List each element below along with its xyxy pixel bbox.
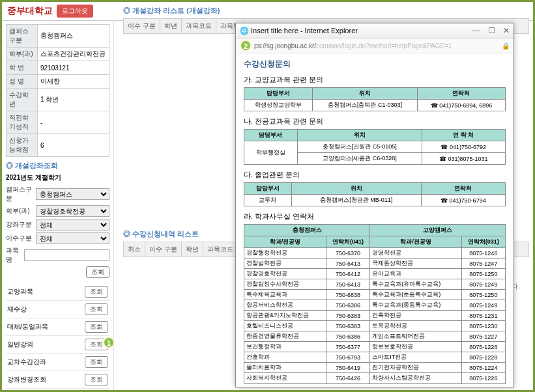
left-panel: 캠퍼스구분충청캠퍼스 학부(과)스포츠건강관리학전공 학 번92103121 성… bbox=[2, 20, 114, 390]
col: 과목코드 bbox=[203, 242, 238, 257]
menu-search[interactable]: 조회 bbox=[85, 374, 108, 385]
contact-row: 간호학과750-6793스마트IT전공8075-1228 bbox=[244, 352, 506, 363]
contact-row: 경찰경호학전공750-6412유아교육과8075-1250 bbox=[244, 269, 506, 279]
l: 학부(과) bbox=[6, 206, 36, 216]
tbl-3: 담당부서위치연락처 교무처충청캠퍼스[청금관 MB-011]☎ 041)750-… bbox=[244, 182, 506, 206]
dept-select[interactable]: 경찰경호학전공 bbox=[36, 205, 109, 217]
contact-row: 한중경영물류학전공750-6386게임소프트웨어전공8075-1227 bbox=[244, 331, 506, 342]
sub-1: 가. 교양교과목 관련 문의 bbox=[244, 75, 506, 85]
v: 스포츠건강관리학전공 bbox=[38, 48, 109, 61]
list1-title: ◎ 개설강좌 리스트 (개설강좌) bbox=[123, 6, 529, 16]
menu-item[interactable]: 교차수강강좌조회 bbox=[6, 354, 109, 371]
popup-heading: 수강신청문의 bbox=[244, 59, 506, 70]
l: 학 번 bbox=[7, 61, 38, 75]
lock-icon: 🔒 bbox=[502, 42, 510, 49]
l: 학부(과) bbox=[7, 48, 38, 61]
l: 캠퍼스구분 bbox=[7, 25, 38, 48]
contact-row: 경찰행정학전공750-6370경영학전공8075-1246 bbox=[244, 248, 506, 259]
step-1-marker: 1 bbox=[103, 337, 115, 348]
col: 이수 구분 bbox=[124, 19, 160, 33]
menu-search[interactable]: 조회 bbox=[85, 321, 108, 333]
menu-search[interactable]: 조회 bbox=[85, 303, 108, 315]
term-label: 2021년도 계절학기 bbox=[6, 173, 109, 182]
lect-select[interactable]: 전체 bbox=[36, 219, 109, 231]
l: 직전학기성적 bbox=[7, 111, 38, 134]
sub-2: 나. 전공교과목 관련 문의 bbox=[244, 117, 506, 126]
contact-row: 사회복지학전공750-6426차량자시스템공학전공8075-1226 bbox=[244, 373, 506, 384]
popup-title: 🌐 Insert title here - Internet Explorer bbox=[240, 27, 358, 35]
v: 92103121 bbox=[38, 61, 109, 75]
search-button[interactable]: 조회 bbox=[86, 266, 109, 278]
l: 신청가능학점 bbox=[7, 134, 38, 157]
tbl-2: 담당부서위치연 락 처 학부행정실충청캠퍼스[건원관 C5-0105]☎ 041… bbox=[244, 129, 506, 165]
menu-item[interactable]: 수강신청확인서조회 bbox=[6, 389, 109, 390]
tbl-1: 담당부서위치연락처 학생성장교양학부충청캠퍼스[충덕관 C1-0303]☎ 04… bbox=[244, 87, 506, 111]
col: 취소 bbox=[124, 242, 145, 257]
col: 학년 bbox=[182, 242, 203, 257]
sub-4: 라. 학과사무실 연락처 bbox=[244, 212, 506, 221]
contact-row: 호텔비즈니스전공750-6383토목공학전공8075-1230 bbox=[244, 321, 506, 331]
l: 이수구분 bbox=[6, 234, 36, 243]
v: 1 학년 bbox=[38, 89, 109, 111]
student-info-table: 캠퍼스구분충청캠퍼스 학부(과)스포츠건강관리학전공 학 번92103121 성… bbox=[6, 24, 109, 157]
l: 성 명 bbox=[7, 75, 38, 89]
contact-row: 경찰법학전공750-6413국제통상학전공8075-1247 bbox=[244, 259, 506, 269]
v: 충청캠퍼스 bbox=[38, 25, 109, 48]
contact-row: 항공관광&카지노학전공750-6383건축학전공8075-1231 bbox=[244, 311, 506, 321]
req-select[interactable]: 전체 bbox=[36, 232, 109, 244]
subject-input[interactable] bbox=[24, 249, 109, 261]
step-2-marker: 2 bbox=[240, 40, 252, 51]
contact-row: 경찰탐정수사학전공750-6413특수교육과(유아특수교육)8075-1249 bbox=[244, 279, 506, 290]
section-course-search: ◎ 개설강좌조회 bbox=[6, 161, 109, 171]
menu-item[interactable]: 대체/동일과목조회 bbox=[6, 318, 109, 336]
contact-row: 항공서비스학전공750-6386특수교육과(중등특수교육)8075-1249 bbox=[244, 300, 506, 311]
sub-3: 다. 졸업관련 문의 bbox=[244, 170, 506, 180]
logout-button[interactable]: 로그아웃 bbox=[57, 5, 93, 18]
v: 6 bbox=[38, 134, 109, 157]
l: 강좌구분 bbox=[6, 220, 36, 229]
side-menu: 교양과목조회재수강조회대체/동일과목조회일반강의조회교차수강강좌조회강좌변경조회… bbox=[6, 283, 109, 390]
l: 수강학년 bbox=[7, 89, 38, 111]
minimize-icon[interactable]: — bbox=[472, 26, 480, 35]
popup-url: ps://sg.joongbu.ac.kr/common/login.do?me… bbox=[254, 42, 452, 49]
campus-select[interactable]: 충청캠퍼스 bbox=[36, 188, 109, 200]
maximize-icon[interactable]: ☐ bbox=[488, 26, 495, 35]
contact-table: 충청캠퍼스고양캠퍼스 학과/전공명연락처(041)학과/전공명연락처(031) … bbox=[244, 224, 506, 384]
close-icon[interactable]: ✕ bbox=[503, 26, 510, 35]
menu-item[interactable]: 재수강조회 bbox=[6, 301, 109, 318]
v: 이세한 bbox=[38, 75, 109, 89]
menu-search[interactable]: 조회 bbox=[85, 286, 108, 298]
menu-item[interactable]: 교양과목조회 bbox=[6, 283, 109, 301]
menu-item[interactable]: 강좌변경조회조회 bbox=[6, 371, 109, 389]
col: 과목코드 bbox=[182, 19, 216, 33]
menu-item[interactable]: 일반강의조회 bbox=[6, 336, 109, 354]
col: 학년 bbox=[160, 19, 182, 33]
contact-row: 물리치료학과750-6419전기전자공학전공8075-1224 bbox=[244, 363, 506, 373]
l: 캠퍼스구분 bbox=[6, 185, 36, 203]
l: 과목명 bbox=[6, 246, 24, 264]
app-logo: 중부대학교 bbox=[7, 5, 53, 17]
v: - bbox=[38, 111, 109, 134]
contact-row: 특수체육교육과750-6838특수교육과(초등특수교육)8075-1250 bbox=[244, 290, 506, 300]
col: 이수 구분 bbox=[145, 242, 182, 257]
contact-row: 만화보건재활학전공750-6420전자율매체공학전공8075-1226 bbox=[244, 384, 506, 385]
contact-row: 보건행정학과750-6377정보보호학전공8075-1228 bbox=[244, 342, 506, 352]
menu-search[interactable]: 조회 bbox=[85, 356, 108, 368]
ie-popup: 🌐 Insert title here - Internet Explorer … bbox=[235, 23, 514, 387]
